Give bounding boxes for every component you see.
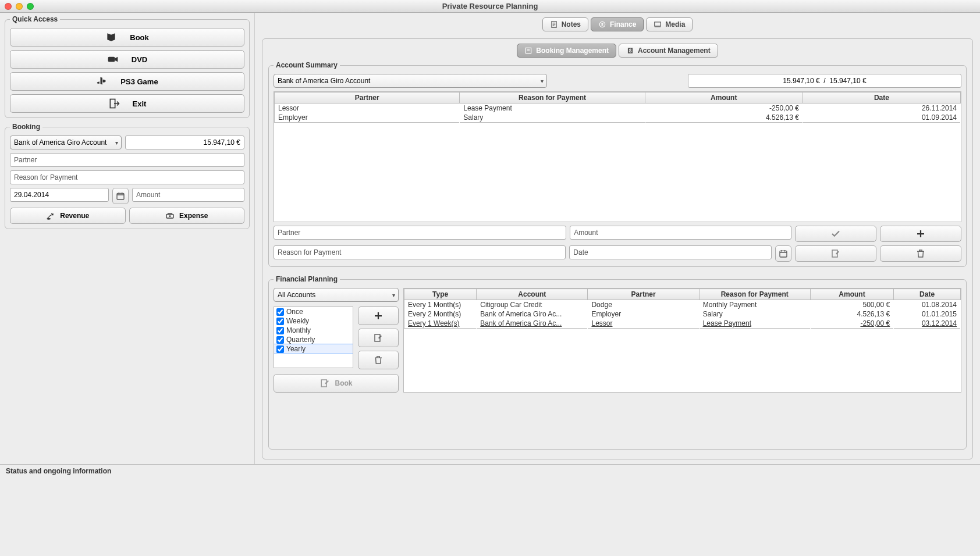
summary-date-picker-button[interactable] [775,245,791,262]
summary-amount-input[interactable] [570,226,791,240]
summary-table-scroll[interactable]: Partner Reason for Payment Amount Date L… [274,91,961,222]
summary-date-input[interactable] [569,245,772,259]
tab-notes-label: Notes [562,20,581,28]
financial-planning-group: Financial Planning All Accounts Once Wee… [268,275,967,450]
quick-access-legend: Quick Access [10,15,60,23]
playstation-icon [96,76,108,87]
planning-delete-button[interactable] [358,351,399,369]
quick-dvd-button[interactable]: DVD [10,50,244,69]
quick-dvd-label: DVD [132,55,147,64]
quick-exit-label: Exit [133,99,147,108]
planning-table-scroll[interactable]: Type Account Partner Reason for Payment … [403,288,961,393]
planning-add-button[interactable] [358,306,399,325]
edit-icon [373,333,384,343]
table-row[interactable]: Every 2 Month(s)Bank of America Giro Ac.… [404,309,961,319]
expense-label: Expense [179,212,208,220]
tab-media[interactable]: Media [646,17,693,31]
trash-icon [373,355,384,365]
booking-reason-input[interactable] [10,170,244,184]
svg-rect-12 [780,251,787,257]
plus-icon [915,229,926,239]
summary-reason-input[interactable] [274,245,566,259]
col-reason[interactable]: Reason for Payment [460,92,645,104]
table-row[interactable]: Every 1 Week(s)Bank of America Giro Ac..… [404,319,961,329]
quick-exit-button[interactable]: Exit [10,94,244,113]
quick-ps3-label: PS3 Game [120,77,158,86]
booking-group: Booking Bank of America Giro Account [5,123,250,229]
tab-booking-management[interactable]: Booking Management [517,44,616,58]
tab-account-mgmt-label: Account Management [638,47,711,55]
quick-ps3-button[interactable]: PS3 Game [10,72,244,91]
col-partner[interactable]: Partner [275,92,460,104]
expense-button[interactable]: Expense [129,208,245,224]
calendar-icon [779,249,788,258]
svg-rect-8 [655,22,661,26]
revenue-button[interactable]: Revenue [10,208,126,224]
tab-finance[interactable]: Finance [591,17,644,31]
pcol-partner[interactable]: Partner [588,289,699,300]
check-icon [830,229,841,239]
booking-legend: Booking [10,123,42,131]
col-date[interactable]: Date [803,92,960,104]
booking-date-picker-button[interactable] [112,188,129,204]
finance-icon [598,20,606,28]
finance-sub-tabbar: Booking Management $ Account Management [268,44,967,58]
module-tabbar: Notes Finance Media [262,17,973,31]
booking-partner-input[interactable] [10,153,244,167]
table-row[interactable]: EmployerSalary4.526,13 €01.09.2014 [275,113,961,123]
status-text: Status and ongoing information [6,467,111,475]
booking-date-input[interactable] [10,188,109,202]
summary-edit-button[interactable] [795,245,876,262]
freq-monthly[interactable]: Monthly [274,326,353,335]
ledger-pencil-icon [320,378,331,389]
ledger-icon [524,47,532,55]
col-amount[interactable]: Amount [645,92,803,104]
table-row[interactable]: LessorLease Payment-250,00 €26.11.2014 [275,104,961,113]
summary-account-select[interactable]: Bank of America Giro Account [274,74,547,88]
planning-account-select[interactable]: All Accounts [274,288,399,302]
pcol-type[interactable]: Type [404,289,477,300]
svg-rect-2 [117,193,124,199]
freq-quarterly[interactable]: Quarterly [274,335,353,344]
book-icon [105,31,117,43]
pcol-date[interactable]: Date [894,289,961,300]
tab-notes[interactable]: Notes [542,17,588,31]
summary-table: Partner Reason for Payment Amount Date L… [274,92,961,123]
camera-icon [107,54,119,65]
freq-weekly[interactable]: Weekly [274,316,353,326]
booking-balance-display [125,136,244,149]
quick-book-button[interactable]: Book [10,28,244,47]
window-title: Private Resource Planning [0,2,980,10]
exit-icon [108,98,120,109]
pcol-amount[interactable]: Amount [810,289,893,300]
svg-text:$: $ [629,48,632,54]
plus-icon [373,311,384,321]
calendar-icon [116,191,125,201]
frequency-list[interactable]: Once Weekly Monthly Quarterly Yearly [274,306,353,368]
quick-access-group: Quick Access Book DVD PS3 Game [5,15,250,118]
pcol-reason[interactable]: Reason for Payment [699,289,810,300]
edit-icon [830,248,841,259]
financial-planning-legend: Financial Planning [274,275,340,283]
freq-yearly[interactable]: Yearly [274,344,353,354]
summary-partner-input[interactable] [274,226,566,240]
svg-point-3 [47,218,51,220]
planning-edit-button[interactable] [358,329,399,347]
booking-amount-input[interactable] [132,188,244,202]
summary-confirm-button[interactable] [795,226,876,242]
freq-once[interactable]: Once [274,307,353,316]
quick-book-label: Book [130,33,149,42]
account-summary-legend: Account Summary [274,61,340,69]
trash-icon [915,248,926,259]
dollar-icon: $ [626,47,634,55]
booking-account-select[interactable]: Bank of America Giro Account [10,136,122,149]
tab-media-label: Media [665,20,685,28]
summary-add-button[interactable] [880,226,961,242]
planning-table: Type Account Partner Reason for Payment … [404,288,961,329]
pcol-account[interactable]: Account [477,289,588,300]
summary-delete-button[interactable] [880,245,961,262]
tab-account-management[interactable]: $ Account Management [619,44,718,58]
planning-book-button[interactable]: Book [274,374,399,393]
window-titlebar: Private Resource Planning [0,0,980,13]
table-row[interactable]: Every 1 Month(s)Citigroup Car CreditDodg… [404,300,961,310]
